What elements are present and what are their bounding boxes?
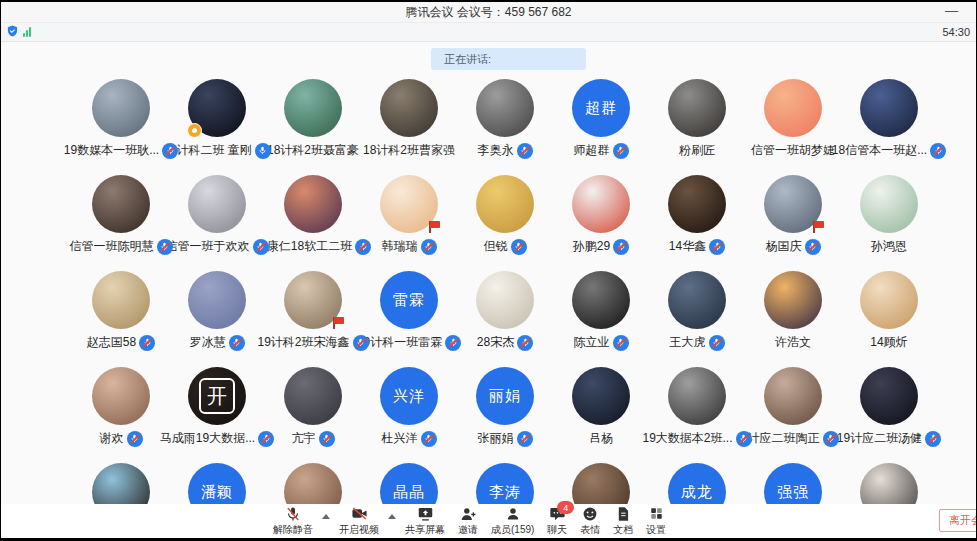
mic-muted-icon: [709, 335, 725, 351]
participant-tile[interactable]: 19数媒本一班耿...: [73, 72, 169, 168]
avatar-initials: 兴洋: [393, 387, 425, 406]
chat-unread-badge: 4: [557, 501, 574, 514]
avatar-initials: 潘颖: [201, 483, 233, 502]
participant-name: 孙鹏29: [573, 238, 610, 255]
avatar-initials: 雷霖: [393, 291, 425, 310]
participant-tile[interactable]: 粉刷匠: [649, 72, 745, 168]
participant-avatar: [668, 271, 726, 329]
speaking-banner: 正在讲话:: [431, 48, 586, 70]
participant-avatar: [188, 79, 246, 137]
participant-name: 杨国庆: [766, 238, 802, 255]
avatar-initials: 李涛: [489, 483, 521, 502]
participant-tile[interactable]: 兴洋杜兴洋: [361, 360, 457, 456]
toolbar-item-label: 聊天: [547, 523, 567, 537]
participant-name: 许浩文: [775, 334, 811, 351]
participant-tile[interactable]: 18计科2班曹家强: [361, 72, 457, 168]
participant-avatar: [380, 175, 438, 233]
participant-tile[interactable]: 罗冰慧: [169, 264, 265, 360]
smiley-icon: [582, 505, 598, 522]
participant-tile[interactable]: 28宋杰: [457, 264, 553, 360]
flag-badge-icon: [812, 221, 825, 233]
mic-muted-icon: [353, 335, 369, 351]
participant-tile[interactable]: 19大数据本2班...: [649, 360, 745, 456]
participant-tile[interactable]: 赵志国58: [73, 264, 169, 360]
toolbar-video-button[interactable]: 开启视频: [339, 505, 379, 537]
participant-name: 信管一班胡梦婕: [751, 142, 835, 159]
mic-muted-icon: [613, 143, 629, 159]
status-bar: 54:30: [1, 23, 976, 42]
participant-tile[interactable]: 信管一班胡梦婕: [745, 72, 841, 168]
participant-tile[interactable]: 谢欢: [73, 360, 169, 456]
mic-muted-icon: [319, 431, 335, 447]
mic-muted-icon: [925, 431, 941, 447]
participant-tile[interactable]: 18计科2班聂富豪: [265, 72, 361, 168]
minimize-button[interactable]: —: [945, 2, 958, 20]
avatar-initials: 丽娟: [489, 387, 521, 406]
participant-tile[interactable]: 19计科2班宋海鑫: [265, 264, 361, 360]
caret-up-icon[interactable]: [388, 514, 396, 519]
toolbar-members-button[interactable]: 成员(159): [491, 505, 534, 537]
participant-avatar: [572, 271, 630, 329]
participant-avatar: [284, 271, 342, 329]
mic-muted-icon: [517, 143, 533, 159]
participant-tile[interactable]: 开马成雨19大数据...: [169, 360, 265, 456]
flag-badge-icon: [332, 317, 345, 329]
participant-tile[interactable]: 超群师超群: [553, 72, 649, 168]
participant-tile[interactable]: 18信管本一班赵...: [841, 72, 937, 168]
toolbar-settings-button[interactable]: 设置: [646, 505, 666, 537]
avatar-initials: 超群: [585, 99, 617, 118]
toolbar-item-label: 设置: [646, 523, 666, 537]
participant-tile[interactable]: 韩瑞瑞: [361, 168, 457, 264]
participant-name: 师超群: [574, 142, 610, 159]
participant-tile[interactable]: 陈立业: [553, 264, 649, 360]
participant-tile[interactable]: 李奥永: [457, 72, 553, 168]
participant-tile[interactable]: 姚康仁18软工二班: [265, 168, 361, 264]
title-bar: 腾讯会议 会议号：459 567 682 —: [1, 2, 976, 23]
participant-tile[interactable]: 孙鸿恩: [841, 168, 937, 264]
participant-name: 19大数据本2班...: [642, 430, 732, 447]
participant-avatar: [860, 79, 918, 137]
mic-off-icon: [285, 505, 301, 522]
toolbar-emoji-button[interactable]: 表情: [580, 505, 600, 537]
participant-tile[interactable]: 孙鹏29: [553, 168, 649, 264]
participant-tile[interactable]: 丽娟张丽娟: [457, 360, 553, 456]
participant-tile[interactable]: 许浩文: [745, 264, 841, 360]
participant-name: 姚康仁18软工二班: [255, 238, 352, 255]
participant-tile[interactable]: 计应二班陶正: [745, 360, 841, 456]
participant-tile[interactable]: 雷霖19计科一班雷霖: [361, 264, 457, 360]
participant-tile[interactable]: 信管一班陈明慧: [73, 168, 169, 264]
participant-tile[interactable]: 杨国庆: [745, 168, 841, 264]
participant-name: 李奥永: [478, 142, 514, 159]
participant-tile[interactable]: 但锐: [457, 168, 553, 264]
toolbar-unmute-button[interactable]: 解除静音: [273, 505, 313, 537]
participant-tile[interactable]: 信管一班于欢欢: [169, 168, 265, 264]
participant-tile[interactable]: 14顾炘: [841, 264, 937, 360]
participant-tile[interactable]: 19计应二班汤健: [841, 360, 937, 456]
document-icon: [616, 505, 630, 522]
toolbar-chat-button[interactable]: 聊天4: [547, 505, 567, 537]
participant-name: 粉刷匠: [679, 142, 715, 159]
toolbar-docs-button[interactable]: 文档: [613, 505, 633, 537]
participant-tile[interactable]: 吕杨: [553, 360, 649, 456]
participant-tile[interactable]: 19计科二班 童刚: [169, 72, 265, 168]
mic-muted-icon: [229, 335, 245, 351]
mic-on-icon: [255, 143, 271, 159]
participant-tile[interactable]: 王大虎: [649, 264, 745, 360]
mic-muted-icon: [736, 431, 752, 447]
participant-avatar: [284, 367, 342, 425]
mic-muted-icon: [517, 335, 533, 351]
mic-muted-icon: [805, 239, 821, 255]
participant-name: 亢宇: [292, 430, 316, 447]
caret-up-icon[interactable]: [322, 514, 330, 519]
leave-meeting-button[interactable]: 离开会议: [939, 509, 976, 532]
toolbar-share-button[interactable]: 共享屏幕: [405, 505, 445, 537]
toolbar-invite-button[interactable]: 邀请: [458, 505, 478, 537]
participant-avatar: [476, 271, 534, 329]
participant-name: 18计科2班聂富豪: [267, 142, 359, 159]
mic-muted-icon: [139, 335, 155, 351]
participant-name: 陈立业: [574, 334, 610, 351]
participant-tile[interactable]: 亢宇: [265, 360, 361, 456]
participant-tile[interactable]: 14华鑫: [649, 168, 745, 264]
participant-grid: 19数媒本一班耿...19计科二班 童刚18计科2班聂富豪18计科2班曹家强李奥…: [73, 72, 939, 538]
participant-avatar: [668, 175, 726, 233]
